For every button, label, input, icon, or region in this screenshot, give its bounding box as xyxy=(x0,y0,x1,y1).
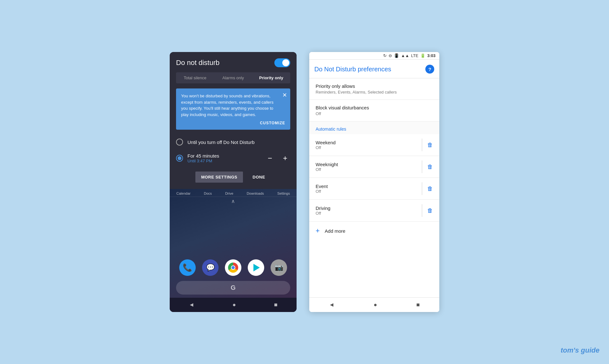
dock-messages-icon[interactable]: 💬 xyxy=(202,259,219,276)
home-icon[interactable]: ● xyxy=(232,302,236,308)
rule-weekend-sub: Off xyxy=(316,145,417,150)
option-timed-label: For 45 minutes xyxy=(187,153,219,159)
rule-weeknight-sub: Off xyxy=(316,167,417,172)
preferences-content: Priority only allows Reminders, Events, … xyxy=(309,78,439,297)
right-back-icon[interactable]: ◄ xyxy=(329,302,335,308)
done-button[interactable]: DONE xyxy=(247,172,271,183)
back-icon[interactable]: ◄ xyxy=(189,302,194,308)
duration-minus-button[interactable]: − xyxy=(265,153,275,163)
priority-allows-subtitle: Reminders, Events, Alarms, Selected call… xyxy=(316,90,433,94)
radio-timed xyxy=(176,155,183,162)
tray-drive[interactable]: Drive xyxy=(225,192,233,195)
dock-phone-icon[interactable]: 📞 xyxy=(179,259,196,276)
info-box-close-icon[interactable]: ✕ xyxy=(282,92,287,99)
dnd-header: Do not disturb xyxy=(176,58,290,67)
rule-event[interactable]: Event Off 🗑 xyxy=(309,178,439,200)
lte-icon: LTE xyxy=(411,53,418,58)
block-visual-title: Block visual disturbances xyxy=(316,105,433,110)
duration-controls: − + xyxy=(265,153,290,163)
dnd-status-icon: ⊖ xyxy=(389,53,392,58)
delete-weekend-icon[interactable]: 🗑 xyxy=(427,142,433,148)
app-tray-bar: Calendar Docs Drive Downloads Settings xyxy=(170,189,297,197)
watermark: tom's guide xyxy=(560,346,599,354)
option-timed[interactable]: For 45 minutes Until 3:47 PM − + xyxy=(176,149,290,167)
rule-divider-4 xyxy=(422,204,422,217)
preferences-title: Do Not Disturb preferences xyxy=(314,66,391,73)
rule-divider-3 xyxy=(422,182,422,195)
delete-event-icon[interactable]: 🗑 xyxy=(427,185,433,192)
option-timed-text: For 45 minutes Until 3:47 PM xyxy=(187,153,219,163)
dock-chrome-icon[interactable] xyxy=(225,259,241,276)
delete-driving-icon[interactable]: 🗑 xyxy=(427,207,433,214)
automatic-rules-header: Automatic rules xyxy=(309,121,439,134)
dnd-toggle[interactable] xyxy=(274,58,290,67)
customize-button[interactable]: CUSTOMIZE xyxy=(181,121,285,125)
rule-weeknight[interactable]: Weeknight Off 🗑 xyxy=(309,156,439,178)
add-plus-icon: + xyxy=(316,227,320,235)
tray-docs[interactable]: Docs xyxy=(204,192,212,195)
tray-calendar[interactable]: Calendar xyxy=(176,192,191,195)
sync-icon: ↻ xyxy=(383,53,387,58)
vibrate-icon: 📳 xyxy=(394,53,399,58)
dnd-tabs: Total silence Alarms only Priority only xyxy=(176,72,290,83)
status-time: 3:03 xyxy=(427,53,435,58)
right-phone: ↻ ⊖ 📳 ▲▲ LTE 🔋 3:03 Do Not Disturb prefe… xyxy=(309,52,439,312)
info-box: ✕ You won't be disturbed by sounds and v… xyxy=(176,88,290,130)
dock-play-icon[interactable] xyxy=(248,259,264,276)
delete-weeknight-icon[interactable]: 🗑 xyxy=(427,164,433,170)
home-search-bar[interactable]: G xyxy=(176,281,290,295)
left-nav-bar: ◄ ● ■ xyxy=(170,298,297,312)
tray-downloads[interactable]: Downloads xyxy=(247,192,264,195)
tray-settings[interactable]: Settings xyxy=(277,192,290,195)
preferences-header: Do Not Disturb preferences ? xyxy=(309,60,439,78)
bottom-buttons: MORE SETTINGS DONE xyxy=(176,167,290,183)
wifi-icon: ▲▲ xyxy=(401,53,409,58)
battery-icon: 🔋 xyxy=(420,53,425,58)
duration-plus-button[interactable]: + xyxy=(280,153,290,163)
rule-weekend[interactable]: Weekend Off 🗑 xyxy=(309,134,439,156)
recents-icon[interactable]: ■ xyxy=(274,302,278,308)
radio-indefinite xyxy=(176,139,183,146)
priority-allows-title: Priority only allows xyxy=(316,83,433,89)
tab-total-silence[interactable]: Total silence xyxy=(176,72,214,83)
help-icon[interactable]: ? xyxy=(425,65,434,74)
right-recents-icon[interactable]: ■ xyxy=(416,302,420,308)
block-visual-item[interactable]: Block visual disturbances Off xyxy=(309,100,439,121)
priority-only-allows-item[interactable]: Priority only allows Reminders, Events, … xyxy=(309,78,439,100)
option-timed-sublabel: Until 3:47 PM xyxy=(187,159,219,163)
dock-icons: 📞 💬 📷 xyxy=(170,254,297,281)
rule-event-text: Event Off xyxy=(316,184,417,194)
tab-alarms-only[interactable]: Alarms only xyxy=(214,72,252,83)
block-visual-subtitle: Off xyxy=(316,111,433,116)
dnd-panel: Do not disturb Total silence Alarms only… xyxy=(170,52,297,189)
right-nav-bar: ◄ ● ■ xyxy=(309,297,439,312)
dock-camera-icon[interactable]: 📷 xyxy=(271,259,287,276)
google-g-icon: G xyxy=(231,284,236,291)
status-bar: ↻ ⊖ 📳 ▲▲ LTE 🔋 3:03 xyxy=(309,52,439,60)
rule-weeknight-text: Weeknight Off xyxy=(316,162,417,172)
rule-driving-text: Driving Off xyxy=(316,205,417,216)
rule-divider xyxy=(422,139,422,151)
rule-weekend-text: Weekend Off xyxy=(316,140,417,150)
dnd-title: Do not disturb xyxy=(176,59,219,67)
info-box-text: You won't be disturbed by sounds and vib… xyxy=(181,93,279,118)
rule-divider-2 xyxy=(422,160,422,173)
right-home-icon[interactable]: ● xyxy=(374,302,377,308)
tray-arrow-icon: ∧ xyxy=(170,197,297,205)
tab-priority-only[interactable]: Priority only xyxy=(252,72,290,83)
option-indefinite[interactable]: Until you turn off Do Not Disturb xyxy=(176,135,290,149)
rule-driving-title: Driving xyxy=(316,205,417,211)
option-indefinite-label: Until you turn off Do Not Disturb xyxy=(187,140,254,145)
rule-event-title: Event xyxy=(316,184,417,189)
add-more-label: Add more xyxy=(325,228,345,234)
add-more-item[interactable]: + Add more xyxy=(309,222,439,240)
left-phone: Do not disturb Total silence Alarms only… xyxy=(170,52,297,312)
phone-homescreen: Calendar Docs Drive Downloads Settings ∧… xyxy=(170,189,297,298)
rule-event-sub: Off xyxy=(316,189,417,194)
rule-weeknight-title: Weeknight xyxy=(316,162,417,167)
rule-weekend-title: Weekend xyxy=(316,140,417,145)
rule-driving[interactable]: Driving Off 🗑 xyxy=(309,200,439,222)
more-settings-button[interactable]: MORE SETTINGS xyxy=(195,172,243,183)
rule-driving-sub: Off xyxy=(316,211,417,216)
